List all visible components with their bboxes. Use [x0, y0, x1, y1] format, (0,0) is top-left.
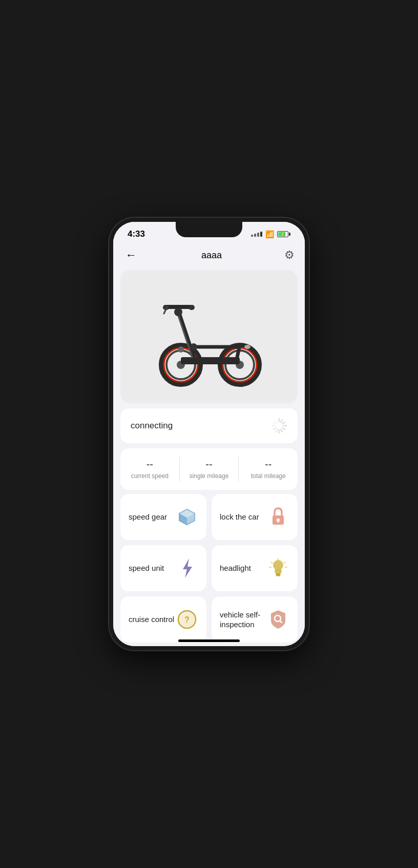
battery-icon: ⚡ — [277, 231, 290, 237]
current-speed-value: -- — [124, 459, 175, 470]
current-speed-label: current speed — [124, 472, 175, 480]
speed-unit-tile[interactable]: speed unit — [120, 545, 206, 591]
phone-frame: 4:33 📶 ⚡ — [109, 218, 309, 650]
headlight-label: headlight — [220, 563, 267, 573]
svg-point-13 — [190, 343, 197, 350]
bulb-icon — [267, 557, 289, 580]
svg-line-26 — [281, 429, 282, 432]
connecting-label: connecting — [131, 421, 173, 431]
svg-marker-40 — [183, 559, 192, 578]
svg-point-20 — [244, 345, 250, 349]
svg-line-45 — [271, 562, 273, 563]
vehicle-inspection-label: vehicle self-inspection — [220, 610, 267, 630]
vehicle-inspection-tile[interactable]: vehicle self-inspection — [212, 596, 298, 643]
svg-line-28 — [276, 429, 278, 432]
stats-card: -- current speed -- single mileage -- to… — [120, 448, 298, 490]
top-nav: ← aaaa ⚙ — [113, 242, 305, 266]
single-mileage-label: single mileage — [184, 472, 235, 480]
lock-car-tile[interactable]: lock the car — [212, 494, 298, 540]
feature-grid: speed gear lock the car — [120, 494, 298, 646]
svg-rect-43 — [276, 575, 280, 576]
status-time: 4:33 — [128, 229, 145, 239]
speed-unit-label: speed unit — [129, 563, 176, 573]
svg-rect-16 — [189, 305, 195, 310]
notch — [176, 222, 242, 237]
connecting-card: connecting — [120, 408, 298, 443]
page-title: aaaa — [201, 250, 222, 261]
scooter-svg — [153, 280, 265, 393]
svg-text:?: ? — [184, 615, 190, 624]
svg-line-25 — [282, 428, 285, 429]
battery-bolt-icon: ⚡ — [280, 232, 285, 237]
speed-gear-tile[interactable]: speed gear — [120, 494, 206, 540]
single-mileage-value: -- — [184, 459, 235, 470]
svg-point-18 — [178, 346, 184, 353]
back-button[interactable]: ← — [123, 246, 139, 264]
speed-gear-label: speed gear — [129, 512, 176, 522]
scooter-image-area — [120, 270, 298, 403]
signal-icon — [251, 232, 262, 237]
wifi-icon: 📶 — [265, 230, 274, 238]
svg-line-22 — [281, 420, 282, 422]
svg-line-31 — [274, 422, 276, 424]
home-indicator — [178, 639, 240, 642]
status-icons: 📶 ⚡ — [251, 230, 290, 238]
cruise-control-label: cruise control — [129, 614, 176, 625]
total-mileage-value: -- — [243, 459, 294, 470]
cruise-control-tile[interactable]: cruise control ? — [120, 596, 206, 643]
svg-rect-8 — [181, 357, 240, 364]
svg-line-46 — [284, 562, 285, 563]
cruise-icon: ? — [176, 608, 198, 631]
shield-search-icon — [267, 608, 289, 631]
lock-icon — [267, 506, 289, 528]
lock-car-label: lock the car — [220, 512, 267, 522]
box-icon — [176, 506, 198, 528]
svg-point-19 — [174, 308, 182, 316]
svg-rect-42 — [276, 573, 281, 575]
total-mileage-label: total mileage — [243, 472, 294, 480]
settings-button[interactable]: ⚙ — [284, 249, 295, 262]
single-mileage-stat: -- single mileage — [180, 457, 239, 482]
phone-screen[interactable]: 4:33 📶 ⚡ — [113, 222, 305, 646]
current-speed-stat: -- current speed — [120, 457, 180, 482]
loading-spinner — [271, 418, 287, 434]
svg-line-23 — [282, 422, 285, 424]
headlight-tile[interactable]: headlight — [212, 545, 298, 591]
svg-rect-39 — [278, 520, 279, 523]
svg-point-41 — [273, 560, 283, 570]
svg-line-32 — [276, 420, 278, 422]
total-mileage-stat: -- total mileage — [239, 457, 298, 482]
svg-line-29 — [274, 428, 276, 429]
bolt-icon — [176, 557, 198, 580]
